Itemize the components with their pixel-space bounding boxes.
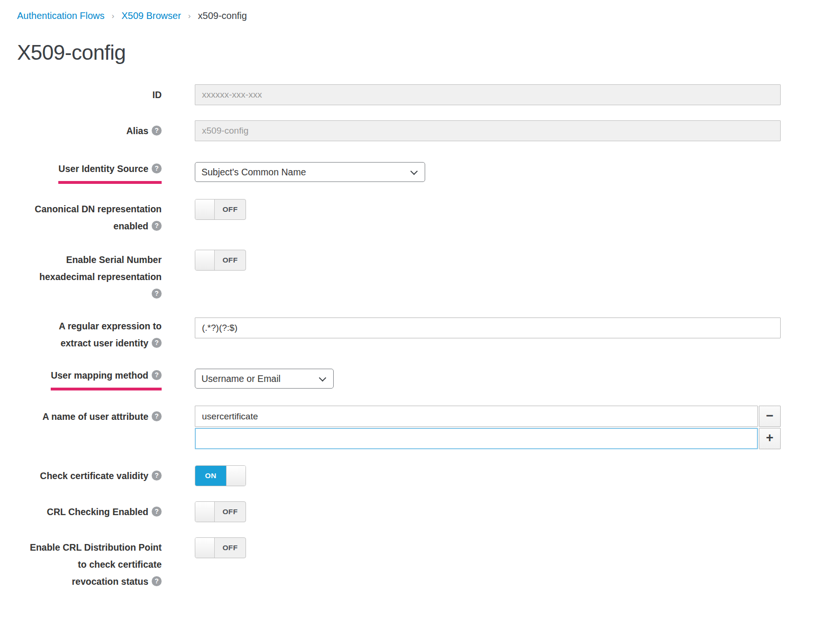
chevron-down-icon <box>319 374 327 382</box>
help-icon[interactable]: ? <box>152 289 162 299</box>
help-icon[interactable]: ? <box>152 576 162 586</box>
id-label: ID <box>17 86 162 103</box>
crl-dp-label: Enable CRL Distribution Point to check c… <box>17 537 162 590</box>
form-row-canonical-dn: Canonical DN representation enabled? OFF <box>17 199 781 235</box>
help-icon[interactable]: ? <box>152 471 162 481</box>
toggle-handle <box>195 538 215 558</box>
form-row-user-identity-source: User Identity Source? Subject's Common N… <box>17 160 781 184</box>
cert-validity-label-text: Check certificate validity <box>40 471 148 481</box>
canonical-dn-label-line2: enabled? <box>17 218 162 235</box>
mapping-method-select[interactable]: Username or Email <box>195 369 334 389</box>
help-icon[interactable]: ? <box>152 126 162 136</box>
crl-dp-label-line3-text: revocation status <box>72 576 148 587</box>
breadcrumb-separator-icon: › <box>112 10 115 22</box>
toggle-state-label: OFF <box>215 200 246 219</box>
serial-hex-toggle[interactable]: OFF <box>195 250 246 271</box>
mapping-method-label-text: User mapping method <box>51 370 148 381</box>
crl-checking-label: CRL Checking Enabled? <box>17 503 162 520</box>
user-identity-source-label-text: User Identity Source <box>58 163 148 174</box>
regex-label-line1: A regular expression to <box>17 317 162 335</box>
crl-dp-toggle[interactable]: OFF <box>195 537 246 558</box>
toggle-handle <box>226 466 246 486</box>
help-icon[interactable]: ? <box>152 221 162 231</box>
serial-hex-label: Enable Serial Number hexadecimal represe… <box>17 250 162 302</box>
id-label-text: ID <box>153 90 162 100</box>
user-identity-source-select[interactable]: Subject's Common Name <box>195 162 425 182</box>
help-icon[interactable]: ? <box>152 163 162 173</box>
crl-dp-label-line2: to check certificate <box>17 556 162 573</box>
user-attribute-input-2[interactable] <box>195 428 758 449</box>
toggle-state-label: OFF <box>215 538 246 558</box>
user-attribute-row-1: − <box>195 406 781 427</box>
canonical-dn-label-line2-text: enabled <box>113 221 148 231</box>
regex-input[interactable] <box>195 317 781 338</box>
breadcrumb-link-x509-browser[interactable]: X509 Browser <box>121 9 181 22</box>
form-row-alias: Alias? <box>17 120 781 141</box>
canonical-dn-toggle[interactable]: OFF <box>195 199 246 220</box>
mapping-method-selected-value: Username or Email <box>201 373 281 384</box>
form-row-cert-validity: Check certificate validity? ON <box>17 465 781 486</box>
user-identity-source-label: User Identity Source? <box>17 160 162 184</box>
crl-checking-toggle[interactable]: OFF <box>195 501 246 522</box>
chevron-down-icon <box>410 168 418 175</box>
form-row-user-attribute: A name of user attribute? − + <box>17 406 781 450</box>
breadcrumb-current: x509-config <box>198 9 247 22</box>
serial-hex-help-line: ? <box>17 285 162 302</box>
serial-hex-label-line1: Enable Serial Number <box>17 251 162 268</box>
remove-attribute-button[interactable]: − <box>759 406 781 427</box>
mapping-method-label: User mapping method? <box>17 367 162 390</box>
user-attribute-row-2: + <box>195 428 781 449</box>
help-icon[interactable]: ? <box>152 370 162 380</box>
id-input <box>195 84 781 105</box>
alias-label: Alias? <box>17 122 162 139</box>
cert-validity-toggle[interactable]: ON <box>195 465 246 486</box>
help-icon[interactable]: ? <box>152 411 162 421</box>
alias-input <box>195 120 781 141</box>
page-title: X509-config <box>17 41 781 64</box>
cert-validity-label: Check certificate validity? <box>17 467 162 484</box>
regex-label-line2-text: extract user identity <box>61 338 148 348</box>
mapping-method-underline: User mapping method? <box>51 367 162 390</box>
alias-label-text: Alias <box>126 126 148 136</box>
regex-label-line2: extract user identity? <box>17 335 162 352</box>
toggle-state-label: ON <box>195 466 226 486</box>
breadcrumb: Authentication Flows › X509 Browser › x5… <box>17 9 781 22</box>
toggle-handle <box>195 502 215 522</box>
canonical-dn-label-line1: Canonical DN representation <box>17 200 162 218</box>
user-identity-source-underline: User Identity Source? <box>58 160 162 184</box>
form-row-mapping-method: User mapping method? Username or Email <box>17 367 781 390</box>
form-row-crl-dp: Enable CRL Distribution Point to check c… <box>17 537 781 590</box>
toggle-state-label: OFF <box>215 502 246 522</box>
user-attribute-input-1[interactable] <box>195 406 758 427</box>
form-row-serial-hex: Enable Serial Number hexadecimal represe… <box>17 250 781 302</box>
crl-checking-label-text: CRL Checking Enabled <box>47 507 148 517</box>
add-attribute-button[interactable]: + <box>759 428 781 449</box>
form-row-regex: A regular expression to extract user ide… <box>17 317 781 352</box>
toggle-state-label: OFF <box>215 250 246 270</box>
crl-dp-label-line1: Enable CRL Distribution Point <box>17 539 162 556</box>
help-icon[interactable]: ? <box>152 507 162 517</box>
serial-hex-label-line2: hexadecimal representation <box>17 268 162 285</box>
breadcrumb-link-authentication-flows[interactable]: Authentication Flows <box>17 9 105 22</box>
form-row-crl-checking: CRL Checking Enabled? OFF <box>17 501 781 522</box>
user-attribute-label: A name of user attribute? <box>17 406 162 425</box>
x509-config-page: Authentication Flows › X509 Browser › x5… <box>0 0 838 644</box>
regex-label: A regular expression to extract user ide… <box>17 317 162 352</box>
canonical-dn-label: Canonical DN representation enabled? <box>17 199 162 235</box>
toggle-handle <box>195 250 215 270</box>
help-icon[interactable]: ? <box>152 338 162 348</box>
user-attribute-label-text: A name of user attribute <box>42 411 148 422</box>
form-row-id: ID <box>17 84 781 105</box>
breadcrumb-separator-icon: › <box>188 10 191 22</box>
toggle-handle <box>195 200 215 219</box>
crl-dp-label-line3: revocation status? <box>17 573 162 590</box>
user-identity-source-selected-value: Subject's Common Name <box>201 167 306 178</box>
